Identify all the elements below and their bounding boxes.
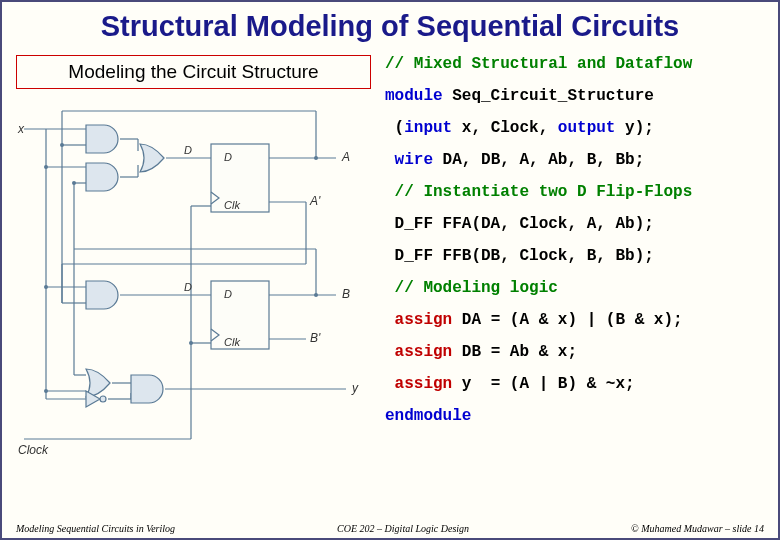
code-inst-ffb: D_FF FFB(DB, Clock, B, Bb); (385, 247, 764, 265)
svg-text:A: A (341, 150, 350, 164)
svg-text:x: x (17, 122, 25, 136)
svg-point-55 (44, 165, 48, 169)
left-column: Modeling the Circuit Structure (16, 55, 371, 463)
code-assign-db: assign DB = Ab & x; (385, 343, 764, 361)
svg-point-56 (44, 285, 48, 289)
svg-point-62 (314, 293, 318, 297)
svg-text:B: B (342, 287, 350, 301)
svg-text:B': B' (310, 331, 321, 345)
code-ports: (input x, Clock, output y); (385, 119, 764, 137)
code-assign-da: assign DA = (A & x) | (B & x); (385, 311, 764, 329)
slide-title: Structural Modeling of Sequential Circui… (2, 2, 778, 55)
svg-text:D: D (224, 288, 232, 300)
code-inst-ffa: D_FF FFA(DA, Clock, A, Ab); (385, 215, 764, 233)
svg-text:y: y (351, 381, 359, 395)
svg-text:D: D (224, 151, 232, 163)
slide-footer: Modeling Sequential Circuits in Verilog … (2, 523, 778, 534)
svg-point-61 (314, 156, 318, 160)
subtitle-box: Modeling the Circuit Structure (16, 55, 371, 89)
code-assign-y: assign y = (A | B) & ~x; (385, 375, 764, 393)
code-comment-l1: // Mixed Structural and Dataflow (385, 55, 764, 73)
footer-right: © Muhamed Mudawar – slide 14 (631, 523, 764, 534)
svg-text:Clk: Clk (224, 199, 240, 211)
svg-point-59 (72, 181, 76, 185)
footer-center: COE 202 – Digital Logic Design (337, 523, 469, 534)
svg-point-57 (44, 389, 48, 393)
svg-text:D: D (184, 281, 192, 293)
svg-text:Clock: Clock (18, 443, 49, 457)
svg-point-60 (189, 341, 193, 345)
code-endmodule: endmodule (385, 407, 764, 425)
svg-point-58 (60, 143, 64, 147)
footer-left: Modeling Sequential Circuits in Verilog (16, 523, 175, 534)
svg-text:A': A' (309, 194, 321, 208)
code-comment-l5: // Instantiate two D Flip-Flops (385, 183, 764, 201)
svg-text:Clk: Clk (224, 336, 240, 348)
code-module: module Seq_Circuit_Structure (385, 87, 764, 105)
svg-text:D: D (184, 144, 192, 156)
code-column: // Mixed Structural and Dataflow module … (371, 55, 764, 463)
code-wire: wire DA, DB, A, Ab, B, Bb; (385, 151, 764, 169)
content-area: Modeling the Circuit Structure (2, 55, 778, 463)
circuit-diagram: D D (16, 99, 366, 459)
code-comment-l8: // Modeling logic (385, 279, 764, 297)
